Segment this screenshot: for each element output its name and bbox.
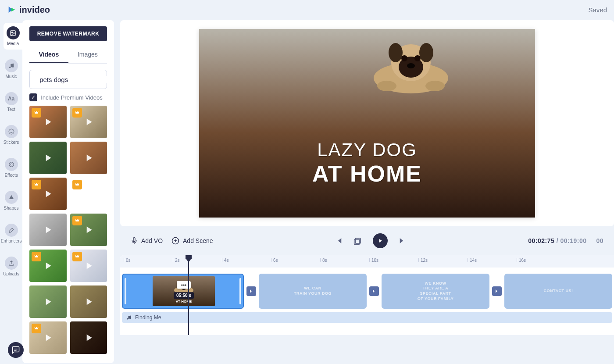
playhead[interactable]: [188, 255, 189, 335]
search-box[interactable]: [29, 70, 107, 89]
preview-canvas[interactable]: LAZY DOG AT HOME: [199, 29, 535, 218]
add-vo-label: Add VO: [141, 237, 163, 244]
timeline-clip[interactable]: CONTACT US!: [504, 274, 612, 309]
extra-time: 00: [596, 237, 603, 244]
timeline-tick: 0s: [124, 258, 131, 262]
play-icon: [42, 188, 54, 200]
transition-button[interactable]: [369, 286, 379, 296]
brand-text: invideo: [19, 5, 50, 15]
video-thumbnail[interactable]: [70, 285, 107, 318]
timeline-clip[interactable]: WE KNOWTHEY ARE ASPECIAL PARTOF YOUR FAM…: [382, 274, 489, 309]
loop-button[interactable]: [353, 236, 362, 245]
audio-label: Finding Me: [135, 314, 161, 321]
play-icon: [83, 116, 94, 128]
timeline-ruler[interactable]: 0s2s4s6s8s10s12s14s16s: [120, 255, 614, 268]
svg-point-10: [377, 81, 396, 91]
sidebar-item-label: Enhancers: [1, 239, 22, 243]
video-thumbnail[interactable]: [29, 106, 66, 138]
video-thumbnail[interactable]: [70, 321, 107, 354]
svg-point-17: [414, 55, 421, 61]
add-scene-label: Add Scene: [183, 237, 213, 244]
tab-images[interactable]: Images: [68, 46, 107, 63]
logo[interactable]: invideo: [7, 5, 50, 15]
timeline-tick: 16s: [517, 258, 526, 262]
video-thumbnail[interactable]: [70, 142, 107, 174]
svg-point-14: [419, 43, 433, 62]
video-thumbnail[interactable]: [70, 178, 107, 210]
video-thumbnail[interactable]: [70, 106, 107, 138]
sidebar-item-effects[interactable]: Effects: [0, 154, 22, 181]
timeline-tick: 4s: [222, 258, 229, 262]
play-icon: [42, 224, 54, 236]
premium-checkbox[interactable]: ✓: [29, 93, 37, 101]
chat-button[interactable]: [8, 342, 24, 358]
sidebar-item-uploads[interactable]: Uploads: [0, 253, 22, 280]
premium-badge-icon: [72, 216, 82, 225]
play-icon: [377, 238, 383, 244]
sidebar-item-shapes[interactable]: Shapes: [0, 187, 22, 214]
transition-button[interactable]: [492, 286, 502, 296]
video-thumbnail[interactable]: [29, 250, 66, 282]
clip-text: CONTACT US!: [544, 289, 573, 294]
skip-forward-button[interactable]: [398, 237, 406, 245]
timeline-tick: 12s: [418, 258, 428, 262]
add-vo-button[interactable]: Add VO: [131, 237, 163, 244]
skip-back-button[interactable]: [335, 237, 343, 245]
sidebar-item-text[interactable]: Aa Text: [0, 89, 22, 115]
play-button[interactable]: [373, 233, 388, 248]
tab-videos[interactable]: Videos: [29, 46, 68, 63]
media-icon: [7, 26, 20, 39]
clip-handle[interactable]: [125, 278, 126, 304]
timeline-clip[interactable]: AT HOME ••• 05:50 s: [122, 274, 244, 309]
thumbnail-grid[interactable]: [22, 106, 114, 357]
title-line-2: AT HOME: [312, 161, 422, 187]
video-thumbnail[interactable]: [29, 321, 66, 354]
playback-controls: Add VO Add Scene 00:02:75 / 00:19:00 00: [120, 226, 614, 255]
play-icon: [42, 116, 54, 128]
svg-marker-7: [9, 195, 14, 199]
chat-icon: [12, 346, 20, 354]
svg-point-2: [9, 67, 11, 68]
svg-point-4: [9, 129, 14, 134]
title-line-1: LAZY DOG: [312, 139, 422, 161]
premium-badge-icon: [72, 108, 82, 118]
sidebar-item-label: Uploads: [3, 271, 19, 276]
play-icon: [83, 332, 94, 343]
sidebar-item-media[interactable]: Media: [4, 23, 22, 50]
uploads-icon: [5, 257, 18, 270]
video-thumbnail[interactable]: [29, 142, 66, 174]
audio-track[interactable]: Finding Me: [122, 312, 612, 323]
video-thumbnail[interactable]: [70, 214, 107, 246]
svg-point-18: [407, 63, 415, 68]
preview-area: LAZY DOG AT HOME: [120, 20, 614, 226]
play-icon: [83, 224, 94, 236]
music-note-icon: [126, 315, 132, 320]
sidebar-item-music[interactable]: Music: [0, 56, 22, 82]
clip-thumbnail: AT HOME ••• 05:50 s: [153, 276, 215, 306]
text-icon: Aa: [5, 92, 18, 105]
enhancers-icon: [5, 224, 18, 237]
sidebar-item-enhancers[interactable]: Enhancers: [0, 220, 22, 247]
video-thumbnail[interactable]: [29, 285, 66, 318]
video-thumbnail[interactable]: [70, 250, 107, 282]
sidebar-item-stickers[interactable]: Stickers: [0, 121, 22, 148]
timeline-clip[interactable]: WE CANTRAIN YOUR DOG: [259, 274, 367, 309]
transition-button[interactable]: [246, 286, 256, 296]
svg-point-3: [12, 66, 14, 68]
clip-text: WE KNOWTHEY ARE ASPECIAL PARTOF YOUR FAM…: [418, 281, 454, 302]
play-icon: [83, 188, 94, 200]
play-icon: [42, 296, 54, 307]
video-thumbnail[interactable]: [29, 178, 66, 210]
sidebar-item-label: Shapes: [4, 206, 19, 211]
timeline: 0s2s4s6s8s10s12s14s16s AT HOME ••• 05:50…: [120, 255, 614, 335]
clip-handle[interactable]: [239, 278, 241, 304]
premium-badge-icon: [32, 108, 41, 118]
mic-icon: [131, 237, 138, 244]
search-input[interactable]: [39, 76, 114, 83]
video-thumbnail[interactable]: [29, 214, 66, 246]
svg-point-5: [9, 162, 14, 167]
remove-watermark-button[interactable]: REMOVE WATERMARK: [29, 26, 107, 41]
add-scene-button[interactable]: Add Scene: [171, 237, 213, 245]
premium-badge-icon: [72, 180, 82, 189]
timeline-tick: 14s: [468, 258, 477, 262]
